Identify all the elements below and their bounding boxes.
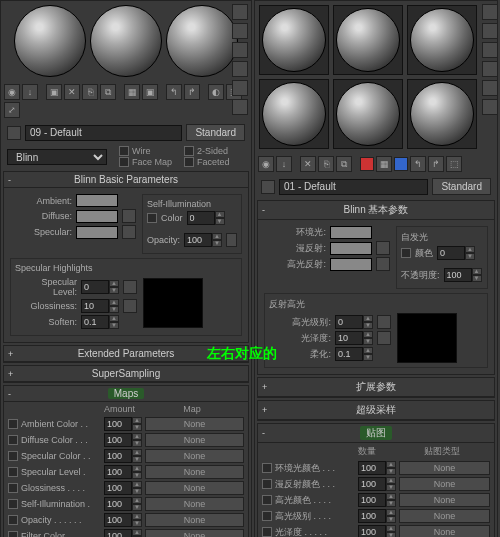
map-amount-spinner[interactable] <box>104 513 132 527</box>
assign-icon[interactable]: ▣ <box>46 84 62 100</box>
spin-down[interactable]: ▼ <box>363 338 373 345</box>
glossiness-spinner[interactable] <box>81 299 109 313</box>
glossiness-spinner[interactable] <box>335 331 363 345</box>
spin-up[interactable]: ▲ <box>386 493 396 500</box>
material-name-input[interactable] <box>279 179 428 195</box>
show-end-icon[interactable]: ▣ <box>142 84 158 100</box>
diffuse-color[interactable] <box>330 242 372 255</box>
map-checkbox[interactable] <box>262 511 272 521</box>
spin-up[interactable]: ▲ <box>386 509 396 516</box>
spec-level-map-btn[interactable] <box>377 315 391 329</box>
sample-sphere[interactable] <box>410 8 474 72</box>
color-spinner[interactable] <box>187 211 215 225</box>
map-slot-button[interactable]: None <box>145 497 244 511</box>
faceted-checkbox[interactable] <box>184 157 194 167</box>
go-parent-icon[interactable]: ↰ <box>166 84 182 100</box>
map-slot-button[interactable]: None <box>399 477 490 491</box>
map-slot-button[interactable]: None <box>145 417 244 431</box>
map-amount-spinner[interactable] <box>358 477 386 491</box>
sample-sphere[interactable] <box>262 8 326 72</box>
extended-params-header[interactable]: +扩展参数 <box>258 378 494 397</box>
specular-map-btn[interactable] <box>376 257 390 271</box>
spin-down[interactable]: ▼ <box>132 472 142 479</box>
map-checkbox[interactable] <box>8 419 18 429</box>
spin-up[interactable]: ▲ <box>215 211 225 218</box>
spin-up[interactable]: ▲ <box>132 465 142 472</box>
sample-sphere[interactable] <box>262 82 326 146</box>
ambient-color[interactable] <box>76 194 118 207</box>
soften-spinner[interactable] <box>81 315 109 329</box>
spin-up[interactable]: ▲ <box>109 280 119 287</box>
spin-down[interactable]: ▼ <box>386 484 396 491</box>
glossiness-map-btn[interactable] <box>377 331 391 345</box>
nav-icon[interactable]: ↰ <box>410 156 426 172</box>
sample-sphere[interactable] <box>336 8 400 72</box>
sample-uv-icon[interactable] <box>232 61 248 77</box>
map-checkbox[interactable] <box>8 435 18 445</box>
specular-color[interactable] <box>76 226 118 239</box>
twosided-checkbox[interactable] <box>184 146 194 156</box>
background-icon[interactable] <box>232 42 248 58</box>
show-map-icon[interactable]: ▦ <box>376 156 392 172</box>
copy-icon[interactable]: ⎘ <box>318 156 334 172</box>
spin-down[interactable]: ▼ <box>132 488 142 495</box>
map-checkbox[interactable] <box>262 527 272 537</box>
glossiness-map-btn[interactable] <box>123 299 137 313</box>
map-checkbox[interactable] <box>8 467 18 477</box>
spin-down[interactable]: ▼ <box>132 520 142 527</box>
spin-up[interactable]: ▲ <box>212 233 222 240</box>
map-slot-button[interactable]: None <box>399 525 490 537</box>
video-check-icon[interactable] <box>482 80 498 96</box>
color-spinner[interactable] <box>437 246 465 260</box>
map-slot-button[interactable]: None <box>145 465 244 479</box>
spin-up[interactable]: ▲ <box>363 315 373 322</box>
sample-uv-icon[interactable] <box>482 61 498 77</box>
map-amount-spinner[interactable] <box>104 497 132 511</box>
spin-up[interactable]: ▲ <box>465 246 475 253</box>
map-checkbox[interactable] <box>8 499 18 509</box>
map-slot-button[interactable]: None <box>399 493 490 507</box>
spin-up[interactable]: ▲ <box>472 268 482 275</box>
map-amount-spinner[interactable] <box>104 481 132 495</box>
soften-spinner[interactable] <box>335 347 363 361</box>
spec-level-map-btn[interactable] <box>123 280 137 294</box>
spin-down[interactable]: ▼ <box>132 504 142 511</box>
map-checkbox[interactable] <box>262 463 272 473</box>
spin-down[interactable]: ▼ <box>109 322 119 329</box>
sample-type-icon[interactable] <box>482 4 498 20</box>
spin-up[interactable]: ▲ <box>386 525 396 532</box>
sample-type-icon[interactable] <box>232 4 248 20</box>
spin-down[interactable]: ▼ <box>132 456 142 463</box>
material-id-icon[interactable]: ◐ <box>208 84 224 100</box>
spin-down[interactable]: ▼ <box>212 240 222 247</box>
map-slot-button[interactable]: None <box>399 509 490 523</box>
map-amount-spinner[interactable] <box>358 461 386 475</box>
spin-down[interactable]: ▼ <box>132 424 142 431</box>
spin-up[interactable]: ▲ <box>132 417 142 424</box>
options-icon[interactable] <box>232 99 248 115</box>
spin-up[interactable]: ▲ <box>363 347 373 354</box>
reset-icon[interactable]: ✕ <box>300 156 316 172</box>
pick-icon[interactable]: ⤢ <box>4 102 20 118</box>
sample-sphere[interactable] <box>90 5 162 77</box>
map-amount-spinner[interactable] <box>104 417 132 431</box>
facemap-checkbox[interactable] <box>119 157 129 167</box>
video-check-icon[interactable] <box>232 80 248 96</box>
map-amount-spinner[interactable] <box>358 525 386 537</box>
map-checkbox[interactable] <box>8 483 18 493</box>
map-checkbox[interactable] <box>8 515 18 525</box>
nav-icon[interactable]: ↱ <box>428 156 444 172</box>
map-amount-spinner[interactable] <box>358 509 386 523</box>
spin-up[interactable]: ▲ <box>132 497 142 504</box>
spin-up[interactable]: ▲ <box>109 315 119 322</box>
sample-sphere[interactable] <box>410 82 474 146</box>
map-amount-spinner[interactable] <box>358 493 386 507</box>
spin-up[interactable]: ▲ <box>386 461 396 468</box>
map-checkbox[interactable] <box>8 531 18 537</box>
map-slot-button[interactable]: None <box>399 461 490 475</box>
color-checkbox[interactable] <box>147 213 157 223</box>
spin-up[interactable]: ▲ <box>132 481 142 488</box>
spec-level-spinner[interactable] <box>335 315 363 329</box>
sample-sphere[interactable] <box>166 5 238 77</box>
diffuse-color[interactable] <box>76 210 118 223</box>
